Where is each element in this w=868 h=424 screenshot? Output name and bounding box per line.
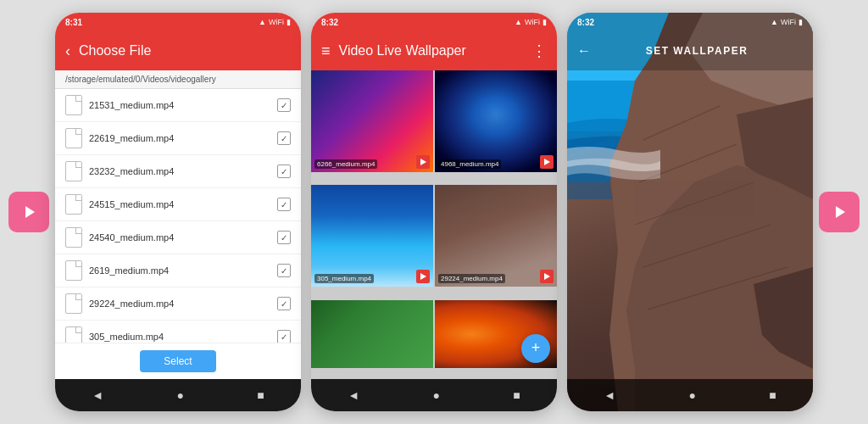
file-list: 21531_medium.mp4 22619_medium.mp4 23232_… bbox=[55, 89, 301, 343]
toolbar-title-3: SET WALLPAPER bbox=[591, 45, 803, 57]
video-thumb-6[interactable]: + bbox=[435, 300, 557, 368]
status-bar-3: 8:32 ▲ WiFi ▮ bbox=[567, 13, 813, 31]
video-play-3[interactable] bbox=[416, 270, 430, 283]
status-bar-2: 8:32 ▲ WiFi ▮ bbox=[311, 13, 557, 31]
wifi-icon-2: WiFi bbox=[525, 18, 540, 26]
nav-back-3[interactable]: ◄ bbox=[604, 388, 615, 402]
play-icon bbox=[19, 202, 39, 222]
status-time-3: 8:32 bbox=[577, 18, 594, 27]
nav-recent-2[interactable]: ■ bbox=[513, 388, 520, 402]
file-path: /storage/emulated/0/Videos/videogallery bbox=[55, 70, 301, 89]
battery-icon: ▮ bbox=[287, 18, 291, 26]
toolbar-title-1: Choose File bbox=[79, 43, 291, 59]
nav-bar-1: ◄ ● ■ bbox=[55, 379, 301, 411]
nav-bar-2: ◄ ● ■ bbox=[311, 379, 557, 411]
wifi-icon: WiFi bbox=[269, 18, 284, 26]
phones-container: 8:31 ▲ WiFi ▮ ‹ Choose File /storage/emu… bbox=[55, 13, 813, 411]
phone-choose-file: 8:31 ▲ WiFi ▮ ‹ Choose File /storage/emu… bbox=[55, 13, 301, 411]
list-item[interactable]: 24515_medium.mp4 bbox=[55, 188, 301, 221]
file-checkbox[interactable] bbox=[277, 264, 291, 277]
file-icon bbox=[65, 227, 82, 248]
file-checkbox[interactable] bbox=[277, 198, 291, 211]
list-item[interactable]: 29224_medium.mp4 bbox=[55, 287, 301, 321]
list-item[interactable]: 22619_medium.mp4 bbox=[55, 122, 301, 155]
file-icon bbox=[65, 95, 82, 115]
phone-video-wallpaper: 8:32 ▲ WiFi ▮ ≡ Video Live Wallpaper ⋮ 6… bbox=[311, 13, 557, 411]
file-icon bbox=[65, 194, 82, 215]
list-item[interactable]: 24540_medium.mp4 bbox=[55, 221, 301, 254]
thumb-overlay-2 bbox=[435, 70, 557, 172]
video-label-3: 305_medium.mp4 bbox=[314, 274, 374, 283]
nav-back-1[interactable]: ◄ bbox=[92, 388, 103, 402]
nav-home-2[interactable]: ● bbox=[432, 388, 439, 402]
file-checkbox[interactable] bbox=[277, 165, 291, 178]
file-checkbox[interactable] bbox=[277, 98, 291, 112]
list-item[interactable]: 21531_medium.mp4 bbox=[55, 89, 301, 122]
battery-icon-2: ▮ bbox=[542, 18, 547, 26]
file-checkbox[interactable] bbox=[277, 231, 291, 244]
nav-back-2[interactable]: ◄ bbox=[348, 388, 359, 402]
nav-recent-1[interactable]: ■ bbox=[257, 388, 264, 402]
file-name: 2619_medium.mp4 bbox=[89, 265, 270, 276]
video-thumb-1[interactable]: 6266_medium.mp4 bbox=[311, 70, 433, 172]
signal-icon: ▲ bbox=[259, 18, 266, 26]
nav-home-3[interactable]: ● bbox=[688, 388, 695, 402]
file-name: 305_medium.mp4 bbox=[89, 332, 270, 342]
list-item[interactable]: 2619_medium.mp4 bbox=[55, 254, 301, 287]
file-checkbox[interactable] bbox=[277, 297, 291, 310]
menu-button[interactable]: ≡ bbox=[321, 42, 331, 60]
video-thumb-3[interactable]: 305_medium.mp4 bbox=[311, 185, 433, 287]
toolbar-3: ← SET WALLPAPER bbox=[567, 31, 813, 70]
file-icon bbox=[65, 293, 82, 314]
nav-home-1[interactable]: ● bbox=[176, 388, 183, 402]
video-thumb-2[interactable]: 4968_medium.mp4 bbox=[435, 70, 557, 172]
file-name: 23232_medium.mp4 bbox=[89, 166, 270, 176]
status-icons-2: ▲ WiFi ▮ bbox=[515, 18, 547, 26]
select-button[interactable]: Select bbox=[140, 350, 215, 372]
list-item[interactable]: 305_medium.mp4 bbox=[55, 321, 301, 343]
video-thumb-5[interactable] bbox=[311, 300, 433, 368]
play-icon-right bbox=[829, 202, 849, 222]
file-checkbox[interactable] bbox=[277, 330, 291, 343]
video-grid: 6266_medium.mp4 4968_medium.mp4 305_medi… bbox=[311, 70, 557, 379]
nav-bar-3: ◄ ● ■ bbox=[567, 379, 813, 411]
file-name: 21531_medium.mp4 bbox=[89, 100, 270, 110]
fab-add-button[interactable]: + bbox=[521, 334, 550, 363]
file-icon bbox=[65, 326, 82, 343]
wifi-icon-3: WiFi bbox=[781, 18, 796, 26]
select-btn-bar: Select bbox=[55, 343, 301, 379]
wallpaper-area bbox=[567, 70, 813, 379]
phone3-content: 8:32 ▲ WiFi ▮ ← SET WALLPAPER ◄ bbox=[567, 13, 813, 411]
toolbar-title-2: Video Live Wallpaper bbox=[339, 43, 523, 59]
video-label-2: 4968_medium.mp4 bbox=[438, 159, 501, 169]
list-item[interactable]: 23232_medium.mp4 bbox=[55, 155, 301, 188]
video-play-2[interactable] bbox=[540, 155, 554, 169]
video-play-4[interactable] bbox=[540, 270, 554, 283]
status-icons-3: ▲ WiFi ▮ bbox=[771, 18, 803, 26]
video-play-1[interactable] bbox=[416, 155, 430, 169]
file-name: 24540_medium.mp4 bbox=[89, 232, 270, 243]
scene: 8:31 ▲ WiFi ▮ ‹ Choose File /storage/emu… bbox=[0, 0, 868, 424]
back-button-1[interactable]: ‹ bbox=[65, 42, 70, 60]
toolbar-1: ‹ Choose File bbox=[55, 31, 301, 70]
file-checkbox[interactable] bbox=[277, 131, 291, 145]
file-name: 22619_medium.mp4 bbox=[89, 133, 270, 143]
more-button[interactable]: ⋮ bbox=[531, 42, 547, 60]
nav-recent-3[interactable]: ■ bbox=[769, 388, 776, 402]
battery-icon-3: ▮ bbox=[798, 18, 803, 26]
status-icons-1: ▲ WiFi ▮ bbox=[259, 18, 291, 26]
status-time-1: 8:31 bbox=[65, 18, 82, 27]
signal-icon-2: ▲ bbox=[515, 18, 522, 26]
file-icon bbox=[65, 161, 82, 181]
file-icon bbox=[65, 260, 82, 281]
phone-set-wallpaper: 8:32 ▲ WiFi ▮ ← SET WALLPAPER ◄ bbox=[567, 13, 813, 411]
back-button-3[interactable]: ← bbox=[577, 43, 591, 59]
right-side-icon bbox=[819, 192, 860, 232]
toolbar-2: ≡ Video Live Wallpaper ⋮ bbox=[311, 31, 557, 70]
video-label-1: 6266_medium.mp4 bbox=[314, 159, 377, 169]
file-name: 29224_medium.mp4 bbox=[89, 298, 270, 309]
status-time-2: 8:32 bbox=[321, 18, 338, 27]
status-bar-1: 8:31 ▲ WiFi ▮ bbox=[55, 13, 301, 31]
file-name: 24515_medium.mp4 bbox=[89, 199, 270, 209]
video-thumb-4[interactable]: 29224_medium.mp4 bbox=[435, 185, 557, 287]
